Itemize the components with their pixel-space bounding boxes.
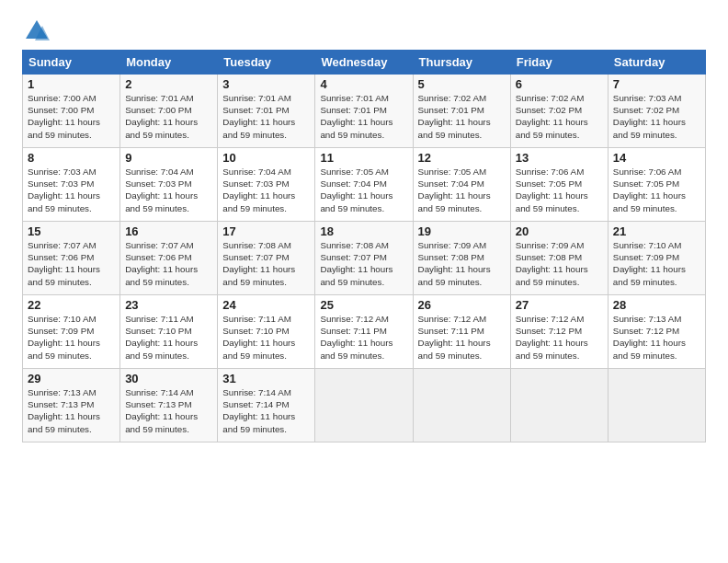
col-header-tuesday: Tuesday xyxy=(218,51,315,75)
day-number: 12 xyxy=(418,151,506,165)
col-header-wednesday: Wednesday xyxy=(315,51,413,75)
col-header-saturday: Saturday xyxy=(608,51,705,75)
calendar-cell: 11 Sunrise: 7:05 AMSunset: 7:04 PMDaylig… xyxy=(315,148,413,222)
calendar-cell: 2 Sunrise: 7:01 AMSunset: 7:00 PMDayligh… xyxy=(120,75,218,148)
day-info: Sunrise: 7:13 AMSunset: 7:13 PMDaylight:… xyxy=(28,387,100,434)
calendar-cell: 4 Sunrise: 7:01 AMSunset: 7:01 PMDayligh… xyxy=(315,75,413,148)
calendar-cell: 1 Sunrise: 7:00 AMSunset: 7:00 PMDayligh… xyxy=(23,75,120,148)
calendar-cell: 30 Sunrise: 7:14 AMSunset: 7:13 PMDaylig… xyxy=(120,369,218,442)
calendar-cell: 16 Sunrise: 7:07 AMSunset: 7:06 PMDaylig… xyxy=(120,222,218,295)
day-info: Sunrise: 7:05 AMSunset: 7:04 PMDaylight:… xyxy=(418,167,491,213)
day-info: Sunrise: 7:06 AMSunset: 7:05 PMDaylight:… xyxy=(613,167,686,213)
day-number: 4 xyxy=(320,77,407,91)
calendar-cell xyxy=(413,369,510,442)
day-info: Sunrise: 7:12 AMSunset: 7:11 PMDaylight:… xyxy=(418,314,491,361)
calendar-cell: 17 Sunrise: 7:08 AMSunset: 7:07 PMDaylig… xyxy=(218,222,315,295)
calendar-cell xyxy=(510,369,608,442)
day-number: 2 xyxy=(125,77,212,91)
day-info: Sunrise: 7:12 AMSunset: 7:11 PMDaylight:… xyxy=(320,314,392,361)
calendar-week-row: 1 Sunrise: 7:00 AMSunset: 7:00 PMDayligh… xyxy=(23,75,706,148)
calendar-cell: 14 Sunrise: 7:06 AMSunset: 7:05 PMDaylig… xyxy=(608,148,705,222)
day-number: 8 xyxy=(28,151,115,165)
day-info: Sunrise: 7:03 AMSunset: 7:03 PMDaylight:… xyxy=(28,167,100,213)
calendar-week-row: 15 Sunrise: 7:07 AMSunset: 7:06 PMDaylig… xyxy=(23,222,706,295)
calendar-cell: 28 Sunrise: 7:13 AMSunset: 7:12 PMDaylig… xyxy=(608,295,705,369)
calendar-cell: 27 Sunrise: 7:12 AMSunset: 7:12 PMDaylig… xyxy=(510,295,608,369)
calendar-cell: 31 Sunrise: 7:14 AMSunset: 7:14 PMDaylig… xyxy=(218,369,315,442)
day-info: Sunrise: 7:10 AMSunset: 7:09 PMDaylight:… xyxy=(613,240,686,287)
col-header-friday: Friday xyxy=(510,51,608,75)
page-header xyxy=(22,18,706,44)
day-number: 7 xyxy=(613,77,700,91)
logo xyxy=(22,18,50,44)
day-info: Sunrise: 7:12 AMSunset: 7:12 PMDaylight:… xyxy=(516,314,588,361)
calendar-cell xyxy=(315,369,413,442)
calendar-cell: 23 Sunrise: 7:11 AMSunset: 7:10 PMDaylig… xyxy=(120,295,218,369)
day-info: Sunrise: 7:08 AMSunset: 7:07 PMDaylight:… xyxy=(222,240,295,287)
day-number: 24 xyxy=(222,298,310,312)
day-info: Sunrise: 7:14 AMSunset: 7:13 PMDaylight:… xyxy=(125,387,198,434)
day-info: Sunrise: 7:11 AMSunset: 7:10 PMDaylight:… xyxy=(222,314,295,361)
calendar-cell: 13 Sunrise: 7:06 AMSunset: 7:05 PMDaylig… xyxy=(510,148,608,222)
day-info: Sunrise: 7:07 AMSunset: 7:06 PMDaylight:… xyxy=(28,240,100,287)
day-number: 16 xyxy=(125,224,212,238)
col-header-thursday: Thursday xyxy=(413,51,510,75)
calendar-cell: 26 Sunrise: 7:12 AMSunset: 7:11 PMDaylig… xyxy=(413,295,510,369)
day-number: 18 xyxy=(320,224,407,238)
day-info: Sunrise: 7:11 AMSunset: 7:10 PMDaylight:… xyxy=(125,314,198,361)
day-number: 9 xyxy=(125,151,212,165)
calendar-cell: 18 Sunrise: 7:08 AMSunset: 7:07 PMDaylig… xyxy=(315,222,413,295)
day-number: 29 xyxy=(28,372,115,385)
calendar-cell: 15 Sunrise: 7:07 AMSunset: 7:06 PMDaylig… xyxy=(23,222,120,295)
calendar-cell: 8 Sunrise: 7:03 AMSunset: 7:03 PMDayligh… xyxy=(23,148,120,222)
day-info: Sunrise: 7:07 AMSunset: 7:06 PMDaylight:… xyxy=(125,240,198,287)
day-info: Sunrise: 7:00 AMSunset: 7:00 PMDaylight:… xyxy=(28,93,100,140)
calendar-cell: 12 Sunrise: 7:05 AMSunset: 7:04 PMDaylig… xyxy=(413,148,510,222)
day-info: Sunrise: 7:10 AMSunset: 7:09 PMDaylight:… xyxy=(28,314,100,361)
calendar-cell: 29 Sunrise: 7:13 AMSunset: 7:13 PMDaylig… xyxy=(23,369,120,442)
day-info: Sunrise: 7:09 AMSunset: 7:08 PMDaylight:… xyxy=(516,240,588,287)
calendar-cell: 24 Sunrise: 7:11 AMSunset: 7:10 PMDaylig… xyxy=(218,295,315,369)
day-info: Sunrise: 7:01 AMSunset: 7:00 PMDaylight:… xyxy=(125,93,198,140)
day-number: 6 xyxy=(516,77,603,91)
day-info: Sunrise: 7:05 AMSunset: 7:04 PMDaylight:… xyxy=(320,167,392,213)
day-info: Sunrise: 7:01 AMSunset: 7:01 PMDaylight:… xyxy=(222,93,295,140)
day-number: 26 xyxy=(418,298,506,312)
calendar-cell: 9 Sunrise: 7:04 AMSunset: 7:03 PMDayligh… xyxy=(120,148,218,222)
day-number: 13 xyxy=(516,151,603,165)
day-number: 14 xyxy=(613,151,700,165)
calendar-cell: 7 Sunrise: 7:03 AMSunset: 7:02 PMDayligh… xyxy=(608,75,705,148)
calendar-cell: 19 Sunrise: 7:09 AMSunset: 7:08 PMDaylig… xyxy=(413,222,510,295)
calendar-table: SundayMondayTuesdayWednesdayThursdayFrid… xyxy=(22,50,706,442)
calendar-cell: 25 Sunrise: 7:12 AMSunset: 7:11 PMDaylig… xyxy=(315,295,413,369)
day-number: 5 xyxy=(418,77,506,91)
col-header-sunday: Sunday xyxy=(23,51,120,75)
logo-icon xyxy=(24,18,50,44)
day-number: 30 xyxy=(125,372,212,385)
day-number: 20 xyxy=(516,224,603,238)
day-number: 10 xyxy=(222,151,310,165)
calendar-cell: 21 Sunrise: 7:10 AMSunset: 7:09 PMDaylig… xyxy=(608,222,705,295)
day-number: 22 xyxy=(28,298,115,312)
calendar-cell: 22 Sunrise: 7:10 AMSunset: 7:09 PMDaylig… xyxy=(23,295,120,369)
day-info: Sunrise: 7:14 AMSunset: 7:14 PMDaylight:… xyxy=(222,387,295,434)
day-info: Sunrise: 7:01 AMSunset: 7:01 PMDaylight:… xyxy=(320,93,392,140)
day-number: 28 xyxy=(613,298,700,312)
day-info: Sunrise: 7:02 AMSunset: 7:02 PMDaylight:… xyxy=(516,93,588,140)
calendar-cell: 20 Sunrise: 7:09 AMSunset: 7:08 PMDaylig… xyxy=(510,222,608,295)
day-info: Sunrise: 7:03 AMSunset: 7:02 PMDaylight:… xyxy=(613,93,686,140)
calendar-cell: 3 Sunrise: 7:01 AMSunset: 7:01 PMDayligh… xyxy=(218,75,315,148)
calendar-week-row: 29 Sunrise: 7:13 AMSunset: 7:13 PMDaylig… xyxy=(23,369,706,442)
day-number: 1 xyxy=(28,77,115,91)
day-info: Sunrise: 7:04 AMSunset: 7:03 PMDaylight:… xyxy=(222,167,295,213)
day-number: 15 xyxy=(28,224,115,238)
day-number: 31 xyxy=(222,372,310,385)
day-info: Sunrise: 7:04 AMSunset: 7:03 PMDaylight:… xyxy=(125,167,198,213)
day-number: 21 xyxy=(613,224,700,238)
day-number: 19 xyxy=(418,224,506,238)
calendar-cell xyxy=(608,369,705,442)
day-number: 25 xyxy=(320,298,407,312)
day-number: 17 xyxy=(222,224,310,238)
calendar-header-row: SundayMondayTuesdayWednesdayThursdayFrid… xyxy=(23,51,706,75)
calendar-cell: 10 Sunrise: 7:04 AMSunset: 7:03 PMDaylig… xyxy=(218,148,315,222)
